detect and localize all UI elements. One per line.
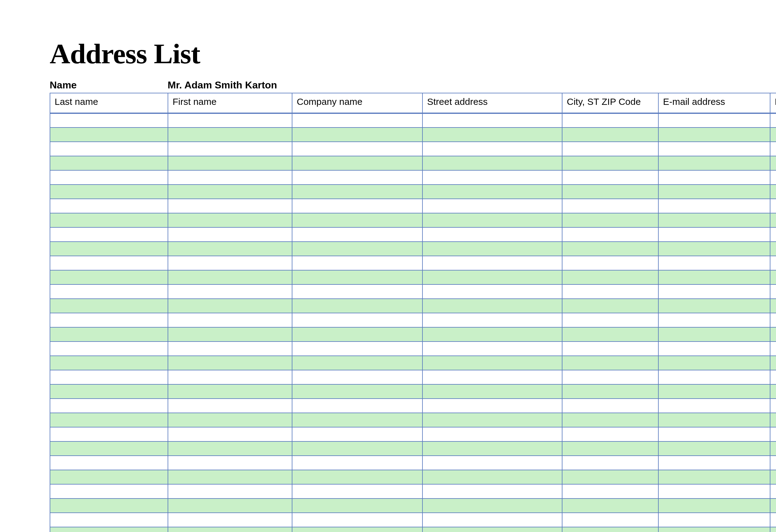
table-cell[interactable] [168,413,292,427]
table-cell[interactable] [50,142,168,156]
table-cell[interactable] [168,299,292,313]
table-cell[interactable] [658,156,770,170]
table-cell[interactable] [658,256,770,270]
table-cell[interactable] [422,341,562,356]
table-cell[interactable] [422,370,562,384]
table-cell[interactable] [422,398,562,413]
table-cell[interactable] [168,327,292,341]
table-cell[interactable] [168,170,292,185]
table-cell[interactable] [168,242,292,256]
table-cell[interactable] [770,484,776,499]
table-cell[interactable] [292,442,422,456]
table-cell[interactable] [658,484,770,499]
table-cell[interactable] [50,384,168,398]
table-cell[interactable] [770,384,776,398]
table-cell[interactable] [292,527,422,532]
table-cell[interactable] [292,199,422,213]
table-cell[interactable] [658,242,770,256]
table-cell[interactable] [168,456,292,470]
table-cell[interactable] [168,284,292,299]
table-cell[interactable] [168,470,292,484]
table-cell[interactable] [770,327,776,341]
table-cell[interactable] [770,156,776,170]
table-cell[interactable] [292,270,422,284]
table-cell[interactable] [562,127,658,142]
table-cell[interactable] [562,256,658,270]
table-cell[interactable] [770,213,776,227]
table-cell[interactable] [422,513,562,527]
table-cell[interactable] [292,427,422,442]
table-cell[interactable] [168,256,292,270]
table-cell[interactable] [168,513,292,527]
table-cell[interactable] [50,499,168,513]
table-cell[interactable] [770,185,776,199]
table-cell[interactable] [422,242,562,256]
table-cell[interactable] [770,227,776,242]
table-cell[interactable] [422,156,562,170]
table-cell[interactable] [562,341,658,356]
table-cell[interactable] [770,456,776,470]
table-cell[interactable] [562,427,658,442]
table-cell[interactable] [770,413,776,427]
table-cell[interactable] [168,156,292,170]
table-cell[interactable] [292,499,422,513]
table-cell[interactable] [422,499,562,513]
table-cell[interactable] [422,284,562,299]
table-cell[interactable] [658,442,770,456]
table-cell[interactable] [562,470,658,484]
table-cell[interactable] [770,341,776,356]
table-cell[interactable] [770,370,776,384]
table-cell[interactable] [422,442,562,456]
table-cell[interactable] [770,499,776,513]
table-cell[interactable] [50,484,168,499]
table-cell[interactable] [50,185,168,199]
table-cell[interactable] [770,356,776,370]
table-cell[interactable] [770,299,776,313]
table-cell[interactable] [562,299,658,313]
table-cell[interactable] [422,270,562,284]
table-cell[interactable] [168,499,292,513]
table-cell[interactable] [292,156,422,170]
table-cell[interactable] [50,313,168,327]
table-cell[interactable] [168,356,292,370]
table-cell[interactable] [770,170,776,185]
table-cell[interactable] [562,413,658,427]
table-cell[interactable] [292,185,422,199]
table-cell[interactable] [562,270,658,284]
table-cell[interactable] [562,384,658,398]
table-cell[interactable] [292,456,422,470]
table-cell[interactable] [168,370,292,384]
table-cell[interactable] [168,270,292,284]
table-cell[interactable] [292,170,422,185]
table-cell[interactable] [50,299,168,313]
table-cell[interactable] [50,284,168,299]
table-cell[interactable] [50,398,168,413]
table-cell[interactable] [422,113,562,127]
table-cell[interactable] [562,156,658,170]
table-cell[interactable] [422,256,562,270]
table-cell[interactable] [50,256,168,270]
table-cell[interactable] [658,527,770,532]
table-cell[interactable] [562,527,658,532]
table-cell[interactable] [168,199,292,213]
table-cell[interactable] [422,227,562,242]
table-cell[interactable] [658,427,770,442]
table-cell[interactable] [292,113,422,127]
table-cell[interactable] [562,313,658,327]
table-cell[interactable] [292,384,422,398]
table-cell[interactable] [562,356,658,370]
table-cell[interactable] [422,413,562,427]
table-cell[interactable] [422,327,562,341]
table-cell[interactable] [658,513,770,527]
table-cell[interactable] [770,270,776,284]
table-cell[interactable] [770,470,776,484]
table-cell[interactable] [168,185,292,199]
table-cell[interactable] [770,527,776,532]
table-cell[interactable] [168,113,292,127]
table-cell[interactable] [292,284,422,299]
table-cell[interactable] [770,256,776,270]
table-cell[interactable] [658,284,770,299]
table-cell[interactable] [292,313,422,327]
table-cell[interactable] [422,384,562,398]
table-cell[interactable] [658,499,770,513]
